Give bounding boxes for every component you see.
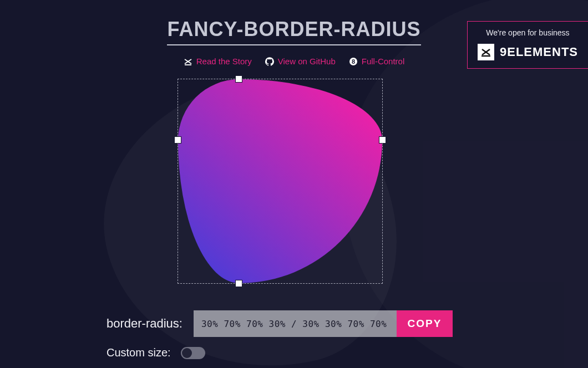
handle-top[interactable] (235, 75, 242, 83)
promo-logo: 9ELEMENTS (478, 44, 578, 60)
link-label: View on GitHub (278, 57, 336, 66)
custom-size-row: Custom size: (107, 346, 205, 359)
handle-bottom[interactable] (235, 280, 242, 287)
border-radius-output[interactable] (194, 310, 397, 337)
story-icon (184, 57, 192, 66)
promo-box[interactable]: We're open for business 9ELEMENTS (467, 21, 588, 69)
link-read-story[interactable]: Read the Story (184, 57, 252, 66)
handle-right[interactable] (379, 136, 386, 144)
shape-editor (178, 79, 383, 284)
output-row: border-radius: COPY (107, 310, 453, 337)
output-label: border-radius: (107, 316, 183, 331)
page-title: FANCY-BORDER-RADIUS (167, 18, 420, 45)
shape-preview (178, 79, 382, 283)
github-icon (265, 57, 274, 66)
link-label: Read the Story (196, 57, 252, 66)
nine-elements-icon (478, 44, 494, 60)
promo-tagline: We're open for business (478, 28, 578, 37)
promo-brand: 9ELEMENTS (500, 45, 578, 59)
svg-text:8: 8 (352, 58, 355, 65)
link-github[interactable]: View on GitHub (265, 57, 336, 66)
handle-left[interactable] (174, 136, 181, 144)
toggle-knob (182, 348, 192, 358)
copy-button[interactable]: COPY (397, 310, 453, 337)
eight-icon: 8 (349, 57, 358, 66)
custom-size-toggle[interactable] (181, 347, 205, 359)
custom-size-label: Custom size: (107, 346, 171, 359)
